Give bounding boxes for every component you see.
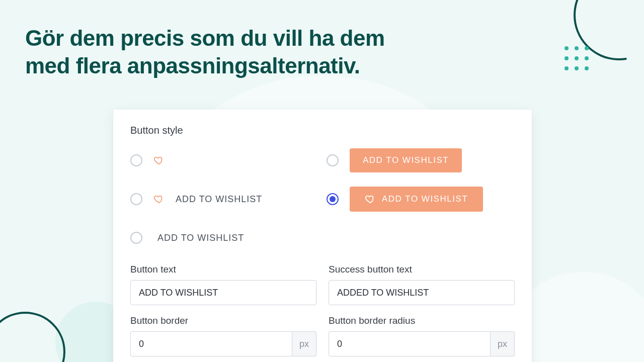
style-option-text-plain[interactable]: ADD TO WISHLIST <box>130 226 327 250</box>
input-success-text[interactable] <box>329 280 515 305</box>
radio-text-plain[interactable] <box>130 232 142 244</box>
settings-panel: Button style ADD TO WISHLIST ADD TO WISH… <box>113 110 532 362</box>
preview-solid-icon-text-label: ADD TO WISHLIST <box>382 194 468 204</box>
text-fields-row: Button text Success button text <box>130 264 515 305</box>
field-success-text: Success button text <box>329 264 515 305</box>
style-option-solid-icon-text[interactable]: ADD TO WISHLIST <box>327 187 515 212</box>
field-border: Button border px <box>130 315 316 356</box>
input-border-radius[interactable] <box>329 331 491 356</box>
button-style-options: ADD TO WISHLIST ADD TO WISHLIST ADD TO W… <box>130 148 515 250</box>
heart-icon <box>153 194 165 205</box>
style-option-icon-only[interactable] <box>130 148 327 172</box>
radio-solid-icon-text[interactable] <box>327 193 339 205</box>
field-border-radius: Button border radius px <box>329 315 515 356</box>
suffix-px: px <box>292 331 316 356</box>
suffix-px: px <box>491 331 515 356</box>
label-success-text: Success button text <box>329 264 515 275</box>
radio-icon-only[interactable] <box>130 154 142 166</box>
preview-icon-text-plain-label: ADD TO WISHLIST <box>176 194 262 205</box>
heart-icon <box>365 194 376 205</box>
preview-text-plain-label: ADD TO WISHLIST <box>157 233 244 243</box>
label-button-text: Button text <box>130 264 316 275</box>
border-fields-row: Button border px Button border radius px <box>130 315 515 356</box>
style-option-solid-text[interactable]: ADD TO WISHLIST <box>327 148 515 172</box>
label-border: Button border <box>130 315 316 326</box>
preview-solid-text-button: ADD TO WISHLIST <box>350 148 462 172</box>
preview-solid-text-label: ADD TO WISHLIST <box>363 155 449 165</box>
dot-grid-icon <box>565 46 589 70</box>
radio-solid-text[interactable] <box>327 154 339 166</box>
label-border-radius: Button border radius <box>329 315 515 326</box>
field-button-text: Button text <box>130 264 316 305</box>
section-title-button-style: Button style <box>130 125 515 136</box>
heart-icon <box>153 155 165 166</box>
radio-icon-text-plain[interactable] <box>130 193 142 205</box>
input-button-text[interactable] <box>130 280 316 305</box>
style-option-icon-text-plain[interactable]: ADD TO WISHLIST <box>130 187 327 212</box>
input-border[interactable] <box>130 331 292 356</box>
decorative-circle-icon <box>0 312 65 362</box>
page-headline: Gör dem precis som du vill ha dem med fl… <box>25 24 418 79</box>
preview-solid-icon-text-button: ADD TO WISHLIST <box>350 187 483 212</box>
